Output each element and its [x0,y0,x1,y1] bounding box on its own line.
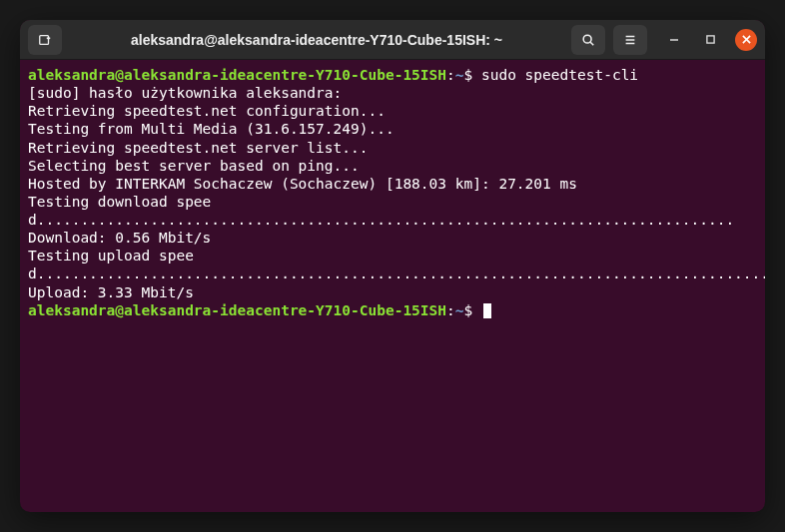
prompt-user-host: aleksandra@aleksandra-ideacentre-Y710-Cu… [28,67,446,83]
new-tab-button[interactable] [28,25,62,55]
svg-rect-9 [706,36,713,43]
minimize-button[interactable] [663,29,685,51]
svg-line-4 [590,42,593,45]
svg-rect-0 [40,35,49,44]
cursor [483,303,491,318]
prompt-colon: : [446,302,455,318]
prompt-symbol: $ [464,302,473,318]
output-line: Testing download speed..................… [28,193,757,229]
hamburger-menu-button[interactable] [613,25,647,55]
prompt-symbol: $ [464,67,473,83]
output-line: [sudo] hasło użytkownika aleksandra: [28,84,757,102]
output-line: Testing from Multi Media (31.6.157.249).… [28,120,757,138]
output-line: Retrieving speedtest.net server list... [28,139,757,157]
maximize-button[interactable] [699,29,721,51]
prompt-line: aleksandra@aleksandra-ideacentre-Y710-Cu… [28,66,757,84]
output-line: Download: 0.56 Mbit/s [28,229,757,247]
search-button[interactable] [571,25,605,55]
output-line: Upload: 3.33 Mbit/s [28,283,757,301]
terminal-content[interactable]: aleksandra@aleksandra-ideacentre-Y710-Cu… [20,60,765,512]
output-line: Hosted by INTERKAM Sochaczew (Sochaczew)… [28,175,757,193]
prompt-path: ~ [455,67,464,83]
output-line: Retrieving speedtest.net configuration..… [28,102,757,120]
prompt-line: aleksandra@aleksandra-ideacentre-Y710-Cu… [28,301,757,319]
window-title: aleksandra@aleksandra-ideacentre-Y710-Cu… [70,32,563,48]
output-line: Testing upload speed....................… [28,247,757,282]
prompt-colon: : [446,67,455,83]
prompt-user-host: aleksandra@aleksandra-ideacentre-Y710-Cu… [28,302,446,318]
output-line: Selecting best server based on ping... [28,157,757,175]
command-text: sudo speedtest-cli [472,67,638,83]
titlebar: aleksandra@aleksandra-ideacentre-Y710-Cu… [20,20,765,60]
svg-point-3 [583,35,591,43]
close-button[interactable] [735,29,757,51]
prompt-path: ~ [455,302,464,318]
terminal-window: aleksandra@aleksandra-ideacentre-Y710-Cu… [20,20,765,512]
window-controls [663,29,757,51]
